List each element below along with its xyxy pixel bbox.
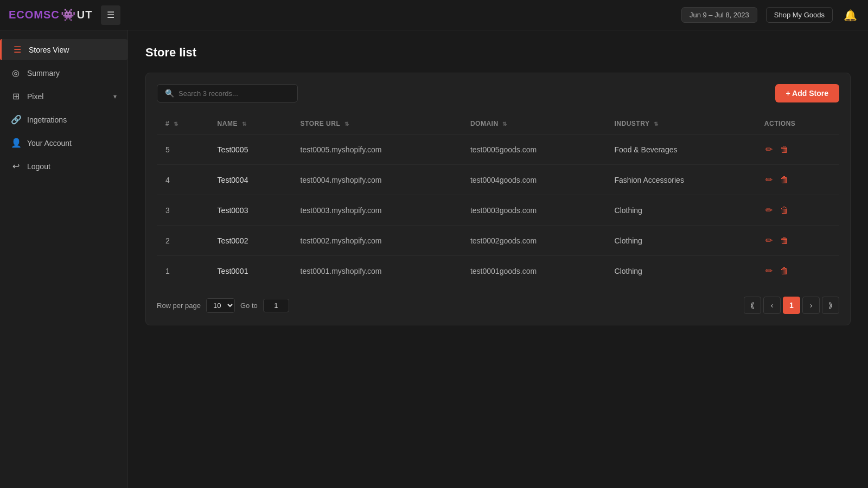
delete-button[interactable]: 🗑 [779,204,790,216]
bell-icon: 🔔 [844,9,857,21]
edit-button[interactable]: ✏ [764,174,774,186]
col-actions: ACTIONS [756,113,839,134]
cell-name: Test0005 [209,134,292,165]
search-box: 🔍 [157,84,298,102]
cell-industry: Food & Beverages [606,134,756,165]
cell-name: Test0004 [209,165,292,195]
edit-button[interactable]: ✏ [764,204,774,216]
pagination-right: ⟪ ‹ 1 › ⟫ [744,297,839,314]
notification-button[interactable]: 🔔 [841,7,859,24]
add-store-button[interactable]: + Add Store [775,84,839,102]
goto-input[interactable] [263,299,289,312]
sidebar-item-summary[interactable]: ◎ Summary [0,62,127,84]
action-buttons: ✏ 🗑 [764,174,831,186]
sidebar-item-label: Summary [27,69,60,78]
delete-button[interactable]: 🗑 [779,235,790,247]
cell-name: Test0001 [209,256,292,286]
sidebar-item-your-account[interactable]: 👤 Your Account [0,132,127,153]
search-icon: 🔍 [165,89,174,98]
prev-page-button[interactable]: ‹ [763,297,781,314]
action-buttons: ✏ 🗑 [764,204,831,216]
cell-store-url: test0005.myshopify.com [292,134,462,165]
action-buttons: ✏ 🗑 [764,265,831,277]
col-store-url[interactable]: STORE URL ⇅ [292,113,462,134]
cell-actions: ✏ 🗑 [756,134,839,165]
table-toolbar: 🔍 + Add Store [157,84,839,102]
cell-industry: Clothing [606,226,756,256]
cell-actions: ✏ 🗑 [756,256,839,286]
chevron-down-icon: ▾ [113,93,117,100]
menu-button[interactable]: ☰ [101,5,120,25]
sidebar: ☰ Stores View ◎ Summary ⊞ Pixel ▾ 🔗 Inge… [0,30,128,488]
col-name[interactable]: NAME ⇅ [209,113,292,134]
edit-button[interactable]: ✏ [764,143,774,156]
cell-num: 2 [157,226,209,256]
edit-button[interactable]: ✏ [764,234,774,247]
main-content: Store list 🔍 + Add Store # ⇅ [128,30,868,488]
next-page-button[interactable]: › [802,297,820,314]
pagination-bar: Row per page 10 25 50 Go to ⟪ ‹ 1 › ⟫ [157,297,839,314]
cell-domain: test0005goods.com [462,134,606,165]
pixel-icon: ⊞ [11,91,21,101]
cell-store-url: test0003.myshopify.com [292,195,462,226]
sidebar-item-label: Your Account [27,139,72,147]
table-row: 3 Test0003 test0003.myshopify.com test00… [157,195,839,226]
cell-num: 3 [157,195,209,226]
table-row: 5 Test0005 test0005.myshopify.com test00… [157,134,839,165]
col-industry[interactable]: INDUSTRY ⇅ [606,113,756,134]
cell-domain: test0004goods.com [462,165,606,195]
summary-icon: ◎ [11,68,21,78]
page-1-button[interactable]: 1 [783,297,800,314]
table-row: 1 Test0001 test0001.myshopify.com test00… [157,256,839,286]
delete-button[interactable]: 🗑 [779,174,790,186]
topbar: ECOMSC 👾 UT ☰ Jun 9 – Jul 8, 2023 Shop M… [0,0,868,30]
sidebar-item-label: Logout [27,162,50,171]
sort-icon: ⇅ [174,121,178,127]
rows-per-page-select[interactable]: 10 25 50 [206,298,235,313]
cell-domain: test0002goods.com [462,226,606,256]
cell-num: 5 [157,134,209,165]
delete-button[interactable]: 🗑 [779,144,790,156]
sidebar-item-pixel[interactable]: ⊞ Pixel ▾ [0,86,127,107]
date-range: Jun 9 – Jul 8, 2023 [681,7,757,23]
sidebar-item-logout[interactable]: ↩ Logout [0,156,127,177]
cell-num: 4 [157,165,209,195]
logout-icon: ↩ [11,161,21,171]
pagination-left: Row per page 10 25 50 Go to [157,298,289,313]
table-header-row: # ⇅ NAME ⇅ STORE URL ⇅ DOMAIN ⇅ INDUSTRY [157,113,839,134]
account-button[interactable]: Shop My Goods [766,7,833,23]
cell-name: Test0003 [209,195,292,226]
topbar-right: Jun 9 – Jul 8, 2023 Shop My Goods 🔔 [681,7,859,24]
topbar-left: ECOMSC 👾 UT ☰ [9,5,120,25]
logo: ECOMSC 👾 UT [9,8,92,23]
search-input[interactable] [178,89,290,98]
edit-button[interactable]: ✏ [764,265,774,277]
sidebar-item-label: Pixel [27,92,43,101]
cell-domain: test0001goods.com [462,256,606,286]
sort-icon: ⇅ [242,121,247,127]
sidebar-item-label: Ingetrations [27,115,67,124]
delete-button[interactable]: 🗑 [779,265,790,277]
sidebar-item-integrations[interactable]: 🔗 Ingetrations [0,109,127,130]
store-table: # ⇅ NAME ⇅ STORE URL ⇅ DOMAIN ⇅ INDUSTRY [157,113,839,286]
grid-icon: ☰ [12,44,22,55]
col-domain[interactable]: DOMAIN ⇅ [462,113,606,134]
logo-scout: UT [77,9,93,21]
cell-actions: ✏ 🗑 [756,165,839,195]
cell-store-url: test0001.myshopify.com [292,256,462,286]
table-body: 5 Test0005 test0005.myshopify.com test00… [157,134,839,286]
cell-store-url: test0004.myshopify.com [292,165,462,195]
cell-store-url: test0002.myshopify.com [292,226,462,256]
last-page-button[interactable]: ⟫ [822,297,839,314]
action-buttons: ✏ 🗑 [764,143,831,156]
sort-icon: ⇅ [654,121,659,127]
sidebar-item-stores-view[interactable]: ☰ Stores View [0,39,127,60]
cell-num: 1 [157,256,209,286]
layout: ☰ Stores View ◎ Summary ⊞ Pixel ▾ 🔗 Inge… [0,30,868,488]
logo-ecom: ECOMSC [9,9,60,21]
cell-domain: test0003goods.com [462,195,606,226]
cell-actions: ✏ 🗑 [756,226,839,256]
first-page-button[interactable]: ⟪ [744,297,761,314]
cell-industry: Fashion Accessories [606,165,756,195]
link-icon: 🔗 [11,114,21,125]
